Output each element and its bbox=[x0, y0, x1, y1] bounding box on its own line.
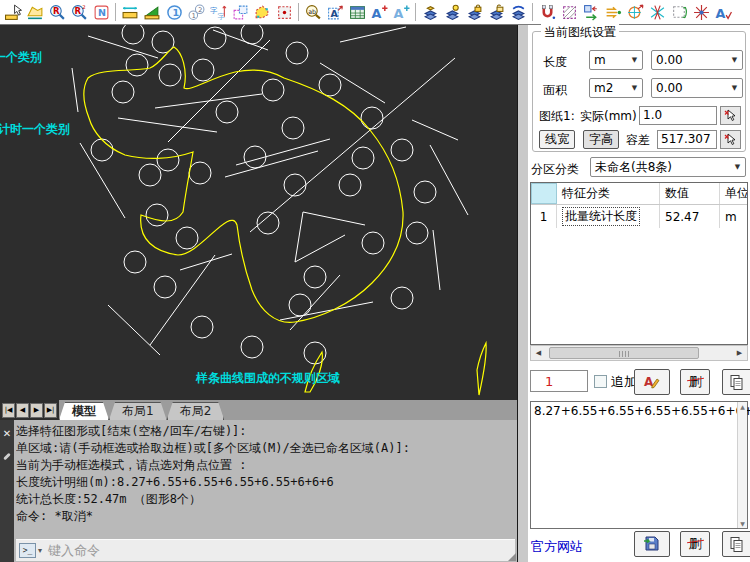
cad-circle[interactable] bbox=[289, 294, 311, 316]
measure-pick-button[interactable] bbox=[2, 1, 24, 23]
tab-nav-last-icon[interactable]: ▶| bbox=[44, 403, 57, 418]
delete-all-button[interactable]: 删 bbox=[680, 531, 710, 557]
hscroll-thumb[interactable] bbox=[549, 347, 699, 359]
cad-circle[interactable] bbox=[284, 174, 306, 196]
cad-circle[interactable] bbox=[192, 59, 214, 81]
table-header-cell[interactable]: 单位 bbox=[720, 183, 748, 204]
cad-line[interactable] bbox=[295, 212, 303, 262]
layer-lock-button[interactable] bbox=[463, 1, 485, 23]
edit-annotation-button[interactable]: A bbox=[634, 369, 670, 395]
text-orient-button[interactable]: A bbox=[324, 1, 346, 23]
tab-nav-prev-icon[interactable]: ◀ bbox=[16, 403, 29, 418]
text-red-button[interactable]: A bbox=[712, 1, 734, 23]
command-input-row[interactable]: >_ ▾ 键入命令 bbox=[16, 539, 515, 561]
cad-circle[interactable] bbox=[262, 79, 284, 101]
cad-viewport[interactable]: 一个类别统计时一个类别样条曲线围成的不规则区域 bbox=[0, 25, 517, 400]
cad-circle[interactable] bbox=[391, 287, 413, 309]
hscroll-track[interactable] bbox=[546, 346, 732, 360]
text-add-red-button[interactable]: A bbox=[368, 1, 390, 23]
break-cross-button[interactable] bbox=[646, 1, 668, 23]
cad-circle[interactable] bbox=[286, 42, 308, 64]
zoom-query-r-button[interactable]: R bbox=[46, 1, 68, 23]
cad-circle[interactable] bbox=[319, 74, 341, 96]
official-website-link[interactable]: 官方网站 bbox=[531, 538, 583, 556]
chevron-down-icon[interactable]: ▾ bbox=[38, 546, 42, 555]
number-circle-1-button[interactable]: 1 bbox=[163, 1, 185, 23]
command-window-titlebar[interactable]: ✕ bbox=[0, 420, 14, 562]
actual-mm-input[interactable]: 1.0 bbox=[639, 106, 717, 125]
pick-tolerance-button[interactable] bbox=[720, 130, 741, 149]
scroll-up-icon[interactable]: ▲ bbox=[738, 403, 747, 410]
detail-vscrollbar[interactable]: ▲ ▼ bbox=[737, 402, 747, 528]
cad-line[interactable] bbox=[80, 143, 125, 218]
cad-circle[interactable] bbox=[159, 64, 181, 86]
cad-circle[interactable] bbox=[146, 204, 168, 226]
cad-circle[interactable] bbox=[241, 336, 263, 358]
cad-circle[interactable] bbox=[241, 25, 263, 44]
cad-circle[interactable] bbox=[91, 139, 113, 161]
cad-circle[interactable] bbox=[352, 147, 374, 169]
cad-circle[interactable] bbox=[112, 81, 134, 103]
move-region-button[interactable] bbox=[668, 1, 690, 23]
length-value-select[interactable]: 0.00 ▼ bbox=[651, 50, 743, 70]
cad-circle[interactable] bbox=[282, 117, 304, 139]
text-height-button[interactable]: 字字 bbox=[207, 1, 229, 23]
cad-line[interactable] bbox=[108, 305, 160, 355]
pick-on-screen-button[interactable] bbox=[720, 106, 741, 125]
table-cell[interactable]: m bbox=[720, 205, 748, 228]
cad-line[interactable] bbox=[340, 27, 406, 42]
point-region-button[interactable] bbox=[273, 1, 295, 23]
tab-布局1[interactable]: 布局1 bbox=[109, 402, 167, 420]
table-hscrollbar[interactable]: ◀ ▶ bbox=[530, 345, 748, 361]
swap-objects-button[interactable] bbox=[580, 1, 602, 23]
textheight-button[interactable]: 字高 bbox=[583, 130, 619, 149]
table-header-cell[interactable]: 特征分类 bbox=[557, 183, 660, 204]
delete-button[interactable]: 删 bbox=[680, 369, 710, 395]
cad-line[interactable] bbox=[295, 235, 345, 262]
cad-circle[interactable] bbox=[154, 276, 176, 298]
panel-splitter[interactable] bbox=[517, 25, 528, 562]
save-export-button[interactable] bbox=[634, 531, 670, 557]
cad-circle[interactable] bbox=[189, 162, 211, 184]
cad-circle[interactable] bbox=[406, 222, 428, 244]
cad-line[interactable] bbox=[412, 120, 458, 140]
cad-spline[interactable] bbox=[84, 47, 403, 322]
cad-spline[interactable] bbox=[477, 343, 486, 395]
cad-circle[interactable] bbox=[216, 101, 238, 123]
cad-circle[interactable] bbox=[176, 227, 198, 249]
ruler-width-button[interactable] bbox=[119, 1, 141, 23]
cad-circle[interactable] bbox=[361, 107, 383, 129]
cad-circle[interactable] bbox=[122, 25, 144, 44]
tab-布局2[interactable]: 布局2 bbox=[167, 402, 225, 420]
cad-line[interactable] bbox=[88, 36, 158, 58]
hatch-region-button[interactable] bbox=[558, 1, 580, 23]
cad-circle[interactable] bbox=[191, 316, 213, 338]
category-select[interactable]: 未命名(共8条) ▼ bbox=[590, 157, 746, 177]
cad-line[interactable] bbox=[168, 40, 270, 142]
area-value-select[interactable]: 0.00 ▼ bbox=[651, 78, 743, 98]
select-boxes-button[interactable] bbox=[229, 1, 251, 23]
cad-line[interactable] bbox=[430, 145, 468, 215]
cad-line[interactable] bbox=[118, 118, 217, 132]
cad-line[interactable] bbox=[303, 212, 365, 225]
zoom-query-r2-button[interactable]: R2 bbox=[68, 1, 90, 23]
copy-button[interactable] bbox=[722, 369, 750, 395]
cad-circle[interactable] bbox=[244, 146, 266, 168]
table-corner-cell[interactable] bbox=[531, 183, 557, 204]
wrench-icon[interactable] bbox=[3, 453, 11, 461]
area-dim-button[interactable] bbox=[251, 1, 273, 23]
cad-circle[interactable] bbox=[339, 174, 361, 196]
cad-circle[interactable] bbox=[362, 232, 384, 254]
explode-star-button[interactable] bbox=[690, 1, 712, 23]
circle-target-button[interactable] bbox=[624, 1, 646, 23]
cad-line[interactable] bbox=[250, 58, 455, 232]
text-add-blue-button[interactable]: A bbox=[390, 1, 412, 23]
cad-line[interactable] bbox=[72, 68, 78, 112]
layer-match-button[interactable] bbox=[419, 1, 441, 23]
length-detail-textarea[interactable]: 8.27+6.55+6.55+6.55+6.55+6+6+6 ▲ ▼ bbox=[530, 401, 748, 529]
magnet-snap-button[interactable] bbox=[536, 1, 558, 23]
layer-unlock-button[interactable] bbox=[485, 1, 507, 23]
find-text-button[interactable]: ab bbox=[302, 1, 324, 23]
cad-line[interactable] bbox=[155, 94, 262, 108]
number-sequence-button[interactable]: 12 bbox=[185, 1, 207, 23]
